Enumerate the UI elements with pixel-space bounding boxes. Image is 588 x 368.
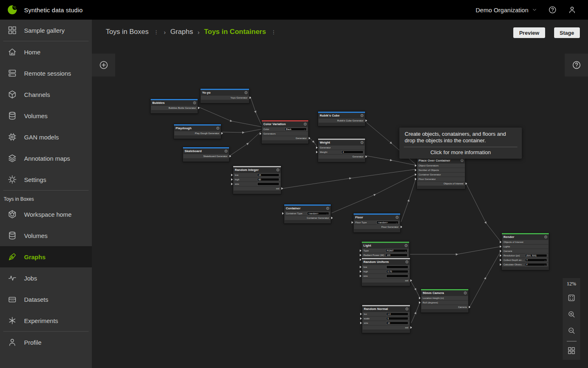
input-port[interactable]: [231, 178, 233, 181]
input-port[interactable]: [316, 151, 318, 153]
preview-button[interactable]: Preview: [513, 27, 545, 38]
field-value[interactable]: F⌄: [525, 263, 547, 266]
input-port[interactable]: [352, 221, 353, 224]
info-icon[interactable]: i: [405, 244, 408, 247]
output-port[interactable]: [410, 326, 412, 329]
input-port[interactable]: [419, 297, 421, 299]
output-port[interactable]: [331, 217, 333, 219]
breadcrumb-graphs[interactable]: Graphs: [170, 28, 193, 36]
minimap-button[interactable]: [567, 346, 576, 355]
graph-canvas[interactable]: Toys in Boxes⋮›Graphs›Toys in Containers…: [92, 20, 588, 368]
input-port[interactable]: [360, 266, 361, 268]
field-value[interactable]: 60: [257, 178, 279, 181]
sidebar-item-volumes[interactable]: Volumes: [0, 105, 92, 126]
node-container[interactable]: ContaineriContainer Type<random>⌄Contain…: [284, 204, 331, 224]
breadcrumb-toys-in-containers[interactable]: Toys in Containers: [204, 28, 266, 36]
canvas-help-button[interactable]: [565, 54, 588, 76]
output-port[interactable]: [365, 155, 367, 158]
tooltip-more-link[interactable]: Click for more information: [405, 147, 517, 159]
add-node-button[interactable]: [92, 54, 115, 76]
sidebar-item-channels[interactable]: Channels: [0, 84, 92, 105]
field-value[interactable]: 100: [385, 254, 408, 257]
node-floor[interactable]: FlooriFloor Type<random>⌄Floor Generator: [353, 213, 401, 233]
info-icon[interactable]: i: [405, 307, 408, 310]
node-skateboard[interactable]: SkateboardiSkateboard Generator: [183, 147, 229, 162]
input-port[interactable]: [415, 173, 416, 176]
input-port[interactable]: [360, 322, 362, 324]
output-port[interactable]: [229, 155, 231, 157]
input-port[interactable]: [360, 275, 361, 277]
field-value[interactable]: <random>⌄: [376, 221, 399, 224]
field-value[interactable]: Black⌄: [285, 128, 307, 131]
output-port[interactable]: [401, 226, 402, 228]
sidebar-item-volumes[interactable]: Volumes: [0, 225, 92, 246]
node-rubiks-cube[interactable]: Rubik's CubeiRubik's Cube Generator: [318, 111, 365, 126]
output-port[interactable]: [249, 96, 251, 99]
node-random-normal[interactable]: Random Normaliloc1.0scale5size10out: [362, 305, 410, 333]
info-icon[interactable]: i: [225, 150, 227, 153]
fit-view-button[interactable]: [567, 294, 576, 302]
organization-switcher[interactable]: Demo Organization: [476, 7, 537, 13]
sidebar-item-remote-sessions[interactable]: Remote sessions: [0, 63, 92, 84]
info-icon[interactable]: i: [461, 159, 463, 162]
field-value[interactable]: POINT⌄: [385, 249, 408, 252]
info-icon[interactable]: i: [245, 91, 247, 94]
input-port[interactable]: [231, 183, 233, 185]
node-render[interactable]: RenderiObjects of InterestLightsCameraRe…: [501, 233, 549, 270]
input-port[interactable]: [231, 174, 233, 176]
sidebar-item-gan-models[interactable]: GAN models: [0, 126, 92, 148]
input-port[interactable]: [316, 146, 318, 149]
input-port[interactable]: [500, 241, 501, 243]
info-icon[interactable]: i: [193, 101, 196, 104]
input-port[interactable]: [360, 254, 361, 256]
field-value[interactable]: 1.0: [386, 312, 408, 316]
info-icon[interactable]: i: [544, 236, 547, 238]
node-bubbles[interactable]: BubblesiBubbles Bottle Generator: [150, 99, 198, 114]
sidebar-item-home[interactable]: Home: [0, 41, 92, 63]
field-value[interactable]: 15: [257, 173, 279, 177]
zoom-out-button[interactable]: [567, 326, 576, 335]
field-value[interactable]: T⌄: [525, 258, 547, 262]
input-port[interactable]: [419, 301, 421, 304]
input-port[interactable]: [415, 164, 416, 167]
sidebar-item-experiments[interactable]: Experiments: [0, 310, 92, 331]
node-color-variation[interactable]: Color VariationiColorBlack⌄GeneratorsGen…: [261, 120, 309, 144]
node-random-integer[interactable]: Random Integerilow15high60sizeout: [233, 166, 281, 194]
field-value[interactable]: [386, 274, 408, 278]
input-port[interactable]: [282, 212, 284, 215]
sidebar-item-jobs[interactable]: Jobs: [0, 267, 92, 289]
help-button[interactable]: [548, 5, 557, 14]
sidebar-item-settings[interactable]: Settings: [0, 169, 92, 190]
sidebar-item-graphs[interactable]: Graphs: [0, 246, 92, 267]
input-port[interactable]: [500, 254, 501, 257]
field-value[interactable]: 0.70: [386, 270, 408, 273]
input-port[interactable]: [360, 313, 362, 315]
field-value[interactable]: <random>⌄: [307, 212, 329, 215]
info-icon[interactable]: i: [405, 260, 408, 263]
input-port[interactable]: [260, 132, 261, 135]
node-yoyo[interactable]: Yo-yoiYoyo Generator: [200, 88, 249, 103]
output-port[interactable]: [221, 132, 223, 135]
input-port[interactable]: [500, 263, 501, 266]
field-value[interactable]: 10: [386, 321, 408, 325]
output-port[interactable]: [309, 137, 310, 139]
output-port[interactable]: [198, 107, 200, 109]
breadcrumb-toys-in-boxes[interactable]: Toys in Boxes: [106, 28, 149, 36]
node-playdough[interactable]: PlaydoughiPlay Dough Generator: [174, 124, 221, 139]
info-icon[interactable]: i: [216, 127, 219, 130]
info-icon[interactable]: i: [396, 216, 399, 219]
output-port[interactable]: [466, 182, 467, 185]
zoom-in-button[interactable]: [567, 310, 576, 319]
node-weight[interactable]: WeightiGeneratorWeight4Generator: [318, 138, 365, 162]
kebab-menu-icon[interactable]: ⋮: [270, 29, 276, 35]
input-port[interactable]: [415, 169, 416, 171]
output-port[interactable]: [410, 279, 412, 282]
input-port[interactable]: [500, 245, 501, 248]
sidebar-item-profile[interactable]: Profile: [0, 332, 92, 353]
node-random-uniform[interactable]: Random Uniformilowhigh0.70sizeout: [361, 258, 410, 286]
info-icon[interactable]: i: [464, 292, 467, 294]
info-icon[interactable]: i: [326, 207, 329, 210]
output-port[interactable]: [281, 187, 283, 190]
info-icon[interactable]: i: [304, 123, 307, 126]
sidebar-item-workspace-home[interactable]: Workspace home: [0, 204, 92, 225]
